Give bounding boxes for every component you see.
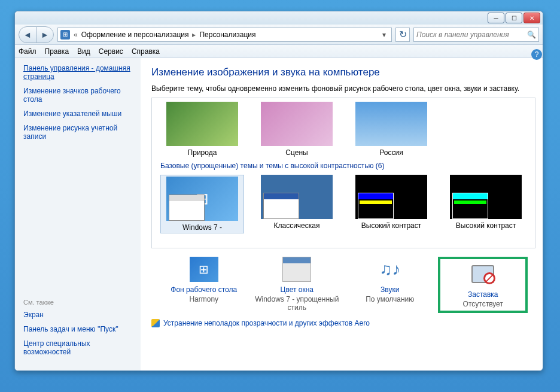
theme-thumb — [450, 175, 522, 219]
refresh-button[interactable]: ↻ — [395, 28, 410, 42]
sidebar-desktop-icons-link[interactable]: Изменение значков рабочего стола — [23, 87, 132, 104]
section-basic-heading: Базовые (упрощенные) темы и темы с высок… — [160, 162, 529, 170]
theme-nature[interactable]: Природа — [160, 102, 244, 157]
setting-value: Windows 7 - упрощенный стиль — [252, 295, 342, 312]
breadcrumb-sep-icon: « — [74, 31, 78, 39]
control-panel-icon: ⊞ — [60, 30, 70, 39]
breadcrumb-arrow-icon: ▸ — [192, 31, 196, 39]
sidebar-display-link[interactable]: Экран — [23, 311, 132, 319]
sidebar-ease-of-access-link[interactable]: Центр специальных возможностей — [23, 339, 132, 356]
back-button[interactable]: ◄ — [19, 26, 36, 43]
theme-thumb — [261, 102, 333, 146]
setting-label: Цвет окна — [252, 285, 342, 294]
theme-label: Россия — [349, 148, 433, 157]
theme-label: Windows 7 - — [162, 223, 242, 232]
theme-label: Сцены — [255, 148, 339, 157]
sounds-icon: ♫♪ — [376, 257, 404, 282]
sounds-button[interactable]: ♫♪ Звуки По умолчанию — [345, 257, 435, 313]
setting-label: Фон рабочего стола — [159, 285, 249, 294]
theme-russia[interactable]: Россия — [349, 102, 433, 157]
control-panel-window: ─ ☐ ✕ ◄ ► ⊞ « Оформление и персонализаци… — [14, 11, 543, 371]
breadcrumb-l2[interactable]: Персонализация — [199, 31, 255, 39]
minimize-button[interactable]: ─ — [488, 13, 504, 23]
desktop-background-button[interactable]: Фон рабочего стола Harmony — [159, 257, 249, 313]
sidebar-mouse-pointers-link[interactable]: Изменение указателей мыши — [23, 110, 132, 118]
theme-thumb — [166, 177, 238, 221]
see-also-heading: См. также — [23, 299, 132, 306]
theme-thumb — [355, 102, 427, 146]
menu-view[interactable]: Вид — [77, 47, 90, 56]
shield-icon — [151, 319, 160, 327]
sidebar: Панель управления - домашняя страница Из… — [15, 58, 141, 370]
close-button[interactable]: ✕ — [524, 13, 540, 23]
page-description: Выберите тему, чтобы одновременно измени… — [151, 84, 535, 93]
search-input[interactable] — [416, 31, 527, 39]
menu-tools[interactable]: Сервис — [99, 47, 123, 56]
help-button[interactable]: ? — [531, 49, 542, 60]
sidebar-taskbar-link[interactable]: Панель задач и меню ''Пуск'' — [23, 325, 132, 333]
window-color-button[interactable]: Цвет окна Windows 7 - упрощенный стиль — [252, 257, 342, 313]
themes-pane[interactable]: Природа Сцены Россия Базовые (упрощенные… — [151, 98, 535, 248]
menu-file[interactable]: Файл — [19, 47, 36, 56]
sidebar-account-picture-link[interactable]: Изменение рисунка учетной записи — [23, 124, 132, 141]
address-dropdown-icon[interactable]: ▾ — [379, 31, 389, 39]
theme-label: Высокий контраст — [349, 221, 433, 230]
titlebar: ─ ☐ ✕ — [15, 11, 543, 25]
setting-value: По умолчанию — [345, 295, 435, 303]
setting-label: Звуки — [345, 285, 435, 294]
troubleshoot-aero-link[interactable]: Устранение неполадок прозрачности и друг… — [151, 319, 535, 327]
theme-win7-basic[interactable]: Windows 7 - — [160, 175, 244, 233]
menubar: Файл Правка Вид Сервис Справка — [15, 45, 543, 58]
desktop-background-icon — [190, 257, 218, 282]
setting-value: Harmony — [159, 295, 249, 303]
theme-hc2[interactable]: Высокий контраст — [444, 175, 528, 233]
theme-label: Природа — [160, 148, 244, 157]
page-title: Изменение изображения и звука на компьют… — [151, 66, 535, 78]
maximize-button[interactable]: ☐ — [506, 13, 522, 23]
breadcrumb-l1[interactable]: Оформление и персонализация — [81, 31, 189, 39]
settings-row: Фон рабочего стола Harmony Цвет окна Win… — [151, 257, 535, 313]
theme-hc1[interactable]: Высокий контраст — [349, 175, 433, 233]
sidebar-home-link[interactable]: Панель управления - домашняя страница — [23, 64, 132, 81]
search-box[interactable]: 🔍 — [413, 28, 539, 42]
theme-label: Классическая — [255, 221, 339, 230]
window-color-icon — [282, 257, 311, 282]
content-area: Изменение изображения и звука на компьют… — [141, 58, 543, 370]
troubleshoot-label: Устранение неполадок прозрачности и друг… — [163, 319, 370, 327]
navbar: ◄ ► ⊞ « Оформление и персонализация ▸ Пе… — [15, 25, 543, 45]
theme-thumb — [261, 175, 333, 219]
search-icon[interactable]: 🔍 — [527, 31, 536, 39]
screensaver-icon — [468, 262, 497, 287]
theme-scenes[interactable]: Сцены — [255, 102, 339, 157]
setting-value: Отсутствует — [443, 300, 523, 308]
theme-label: Высокий контраст — [444, 221, 528, 230]
address-bar[interactable]: ⊞ « Оформление и персонализация ▸ Персон… — [57, 28, 392, 42]
theme-thumb — [166, 102, 238, 146]
theme-classic[interactable]: Классическая — [255, 175, 339, 233]
menu-help[interactable]: Справка — [132, 47, 160, 56]
forward-button[interactable]: ► — [36, 26, 54, 43]
theme-thumb — [355, 175, 427, 219]
screensaver-button[interactable]: Заставка Отсутствует — [438, 257, 528, 313]
menu-edit[interactable]: Правка — [45, 47, 69, 56]
setting-label: Заставка — [443, 290, 523, 299]
